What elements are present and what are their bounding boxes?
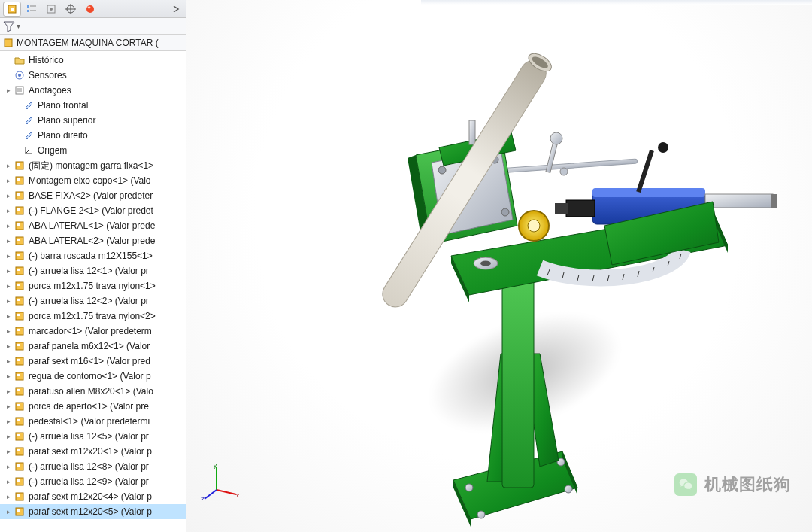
tree-node[interactable]: ▸marcador<1> (Valor predeterm	[0, 324, 186, 339]
tree-node[interactable]: ▸paraf sext m16<1> (Valor pred	[0, 354, 186, 369]
tree-node[interactable]: ▸(-) arruela lisa 12<9> (Valor pr	[0, 474, 186, 489]
expand-toggle-icon[interactable]: ▸	[5, 493, 12, 500]
part-icon	[14, 445, 26, 458]
part-icon	[14, 476, 26, 488]
expand-toggle-icon[interactable]: ▸	[5, 478, 12, 485]
expand-toggle-icon[interactable]	[14, 117, 21, 124]
tree-node[interactable]: ▸Montagem eixo copo<1> (Valo	[0, 173, 186, 188]
tree-node[interactable]: ▸regua de contorno<1> (Valor p	[0, 369, 186, 384]
svg-rect-68	[17, 509, 20, 512]
expand-toggle-icon[interactable]: ▸	[5, 267, 12, 275]
expand-toggle-icon[interactable]: ▸	[5, 87, 12, 94]
expand-toggle-icon[interactable]: ▸	[5, 222, 12, 230]
svg-rect-34	[17, 254, 20, 256]
expand-toggle-icon[interactable]: ▸	[5, 177, 12, 184]
expand-toggle-icon[interactable]	[14, 102, 21, 109]
tree-node[interactable]: ▸pedestal<1> (Valor predetermi	[0, 414, 186, 429]
part-icon	[14, 506, 26, 518]
part-icon	[14, 220, 26, 232]
expand-toggle-icon[interactable]: ▸	[5, 162, 12, 169]
expand-toggle-icon[interactable]: ▸	[5, 372, 12, 380]
tree-node[interactable]: Histórico	[0, 53, 186, 68]
tree-node[interactable]: ▸porca m12x1.75 trava nylon<2>	[0, 309, 186, 324]
panel-tab-strip	[0, 0, 186, 18]
expand-toggle-icon[interactable]: ▸	[5, 192, 12, 199]
tree-filter-bar[interactable]: ▾	[0, 18, 186, 35]
part-icon	[14, 491, 26, 503]
tree-node[interactable]: ▸paraf sext m12x20<1> (Valor p	[0, 444, 186, 459]
tree-node[interactable]: ▸(-) arruela lisa 12<8> (Valor pr	[0, 459, 186, 474]
expand-toggle-icon[interactable]: ▸	[5, 327, 12, 335]
tree-node[interactable]: ▸ABA LATERAL<2> (Valor prede	[0, 233, 186, 248]
tree-node[interactable]: ▸(-) arruela lisa 12<1> (Valor pr	[0, 263, 186, 278]
tree-node-label: (-) arruela lisa 12<1> (Valor pr	[29, 266, 149, 276]
expand-toggle-icon[interactable]	[14, 147, 21, 154]
part-icon	[14, 295, 26, 307]
tab-config[interactable]	[42, 2, 60, 17]
assembly-root-row[interactable]: MONTAGEM MAQUINA CORTAR (	[0, 35, 186, 51]
tree-node[interactable]: Sensores	[0, 68, 186, 83]
svg-rect-94	[705, 194, 773, 208]
expand-toggle-icon[interactable]: ▸	[5, 312, 12, 320]
svg-rect-22	[17, 163, 20, 166]
expand-toggle-icon[interactable]: ▸	[5, 297, 12, 305]
part-icon	[14, 385, 26, 397]
tree-node[interactable]: Plano superior	[0, 113, 186, 128]
expand-toggle-icon[interactable]: ▸	[5, 433, 12, 440]
tab-assembly[interactable]	[3, 2, 21, 17]
part-icon	[14, 355, 26, 367]
expand-toggle-icon[interactable]: ▸	[5, 508, 12, 515]
svg-rect-66	[17, 494, 20, 497]
expand-toggle-icon[interactable]	[14, 132, 21, 139]
tree-node[interactable]: ▸parafuso allen M8x20<1> (Valo	[0, 384, 186, 399]
tree-node[interactable]: ▸(固定) montagem garra fixa<1>	[0, 158, 186, 173]
expand-toggle-icon[interactable]: ▸	[5, 252, 12, 260]
tree-node[interactable]: ▸BASE FIXA<2> (Valor predeter	[0, 188, 186, 203]
expand-toggle-icon[interactable]	[5, 56, 12, 64]
panel-collapse-chevron-icon[interactable]	[169, 2, 183, 16]
part-icon	[14, 430, 26, 442]
tree-node[interactable]: ▸porca m12x1.75 trava nylon<1>	[0, 278, 186, 293]
filter-dropdown-icon[interactable]: ▾	[17, 22, 20, 30]
tree-node-label: parafuso allen M8x20<1> (Valo	[29, 386, 153, 397]
assembly-root-label: MONTAGEM MAQUINA CORTAR (	[17, 38, 159, 48]
tree-node[interactable]: ▸porca de aperto<1> (Valor pre	[0, 399, 186, 414]
annot-icon	[14, 84, 26, 96]
expand-toggle-icon[interactable]: ▸	[5, 388, 12, 395]
tab-appearance[interactable]	[81, 2, 99, 17]
tree-node[interactable]: Plano direito	[0, 128, 186, 143]
tree-node-label: paraf panela m6x12<1> (Valor	[29, 341, 150, 351]
funnel-icon	[3, 20, 15, 32]
expand-toggle-icon[interactable]: ▸	[5, 357, 12, 365]
expand-toggle-icon[interactable]: ▸	[5, 448, 12, 455]
tree-node[interactable]: ▸paraf sext m12x20<5> (Valor p	[0, 504, 186, 519]
expand-toggle-icon[interactable]: ▸	[5, 463, 12, 470]
tree-node-label: paraf sext m12x20<5> (Valor p	[29, 506, 152, 517]
tree-node-label: (-) arruela lisa 12<5> (Valor pr	[29, 431, 149, 442]
svg-rect-54	[17, 404, 20, 406]
expand-toggle-icon[interactable]: ▸	[5, 282, 12, 290]
tree-node[interactable]: ▸(-) arruela lisa 12<2> (Valor pr	[0, 293, 186, 309]
tree-node[interactable]: ▸ABA LATERAL<1> (Valor prede	[0, 218, 186, 233]
expand-toggle-icon[interactable]: ▸	[5, 403, 12, 410]
expand-toggle-icon[interactable]: ▸	[5, 418, 12, 425]
tree-node[interactable]: Origem	[0, 143, 186, 158]
tab-feature-tree[interactable]	[23, 2, 41, 17]
part-icon	[14, 205, 26, 217]
tree-node-label: ABA LATERAL<2> (Valor prede	[29, 236, 155, 246]
tree-node[interactable]: Plano frontal	[0, 98, 186, 113]
tree-node[interactable]: ▸(-) FLANGE 2<1> (Valor predet	[0, 203, 186, 218]
tree-node[interactable]: ▸(-) barra roscada m12X155<1>	[0, 248, 186, 263]
orientation-triad[interactable]: x y z	[201, 461, 242, 502]
expand-toggle-icon[interactable]: ▸	[5, 207, 12, 214]
tree-node[interactable]: ▸(-) arruela lisa 12<5> (Valor pr	[0, 429, 186, 444]
tab-display[interactable]	[62, 2, 80, 17]
tree-node[interactable]: ▸Anotações	[0, 83, 186, 98]
tree-node[interactable]: ▸paraf panela m6x12<1> (Valor	[0, 339, 186, 354]
expand-toggle-icon[interactable]	[5, 71, 12, 79]
graphics-viewport[interactable]: x y z 机械图纸狗	[186, 0, 812, 532]
expand-toggle-icon[interactable]: ▸	[5, 237, 12, 245]
tree-node[interactable]: ▸paraf sext m12x20<4> (Valor p	[0, 489, 186, 504]
expand-toggle-icon[interactable]: ▸	[5, 342, 12, 350]
tree-node-label: (-) arruela lisa 12<2> (Valor pr	[29, 296, 149, 306]
